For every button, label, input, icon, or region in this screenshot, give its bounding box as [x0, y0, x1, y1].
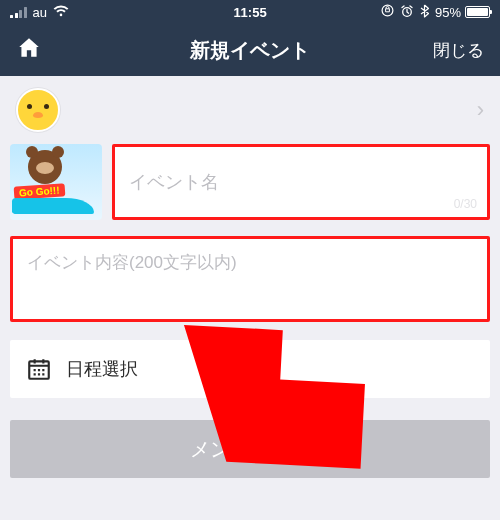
event-desc-field-wrapper	[10, 236, 490, 322]
profile-row[interactable]: ›	[0, 76, 500, 144]
signal-icon	[10, 7, 27, 18]
chevron-right-icon: ›	[477, 97, 484, 123]
alarm-icon	[400, 4, 414, 21]
event-desc-input[interactable]	[27, 251, 473, 307]
battery-indicator: 95%	[435, 5, 490, 20]
page-title: 新規イベント	[190, 37, 310, 64]
invite-label: メンバー招待	[190, 436, 310, 463]
date-select-row[interactable]: 日程選択	[10, 340, 490, 398]
carrier-label: au	[33, 5, 47, 20]
wifi-icon	[53, 5, 69, 20]
clock: 11:55	[233, 5, 266, 20]
event-name-counter: 0/30	[454, 197, 477, 211]
event-name-input[interactable]	[129, 172, 473, 193]
status-bar: au 11:55 95%	[0, 0, 500, 24]
close-button[interactable]: 閉じる	[433, 39, 484, 62]
invite-members-button[interactable]: メンバー招待	[10, 420, 490, 478]
bluetooth-icon	[420, 4, 429, 21]
event-image-picker[interactable]: Go Go!!!	[10, 144, 102, 220]
nav-bar: 新規イベント 閉じる	[0, 24, 500, 76]
calendar-icon	[26, 356, 52, 382]
event-name-field-wrapper: 0/30	[112, 144, 490, 220]
date-select-label: 日程選択	[66, 357, 138, 381]
orientation-lock-icon	[381, 4, 394, 20]
battery-pct: 95%	[435, 5, 461, 20]
home-icon	[16, 35, 42, 61]
avatar	[16, 88, 60, 132]
home-button[interactable]	[16, 35, 42, 65]
